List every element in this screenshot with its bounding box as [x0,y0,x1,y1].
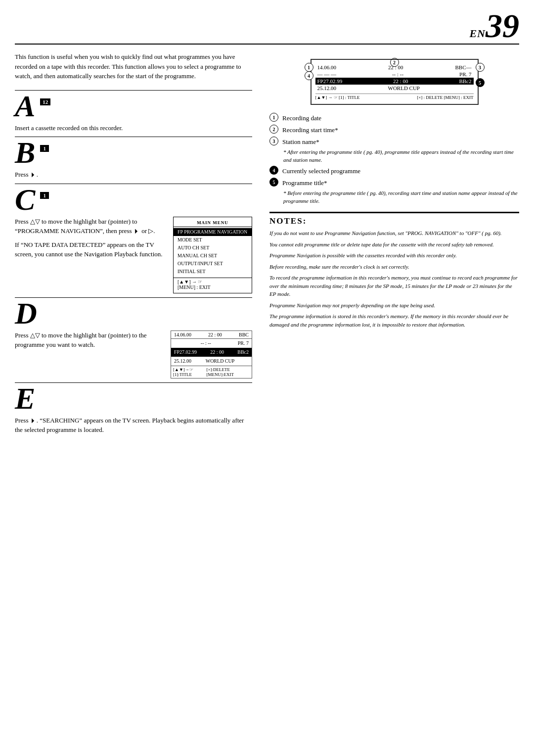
step-c: C 1 Press △▽ to move the highlight bar (… [15,188,252,293]
notes-item-5: To record the programme information in t… [269,274,519,298]
step-c-body: Press △▽ to move the highlight bar (poin… [15,217,252,293]
prog-box-d: 14.06.00 22 : 00 BBC -- : -- PR. 7 FP27.… [171,331,252,378]
prog-row-2: -- : -- PR. 7 [171,339,252,348]
callout-1: 1 [305,63,313,72]
step-b-badge: 1 [40,145,49,152]
right-column: 2 1 14.06.00 22 : 00 BBC— 3 4 — — — -- :… [269,52,519,331]
notes-item-6: Programme Navigation may not properly de… [269,301,519,310]
prog-box-footer: [▲▼]→☞ [1]:TITLE [×]:DELETE [MENU]:EXIT [171,366,252,378]
step-b-content: Press ⏵. [15,170,252,180]
step-d: D Press △▽ to move the highlight bar (po… [15,302,252,378]
menu-item-auto-ch: AUTO CH SET [174,244,252,252]
notes-title: NOTES: [269,216,519,226]
legend-item-5: 5 Programme title* [269,178,519,189]
legend-num-1: 1 [269,113,278,122]
step-e-content: Press ⏵. “SEARCHING” appears on the TV s… [15,416,252,435]
step-a-badge: 12 [40,98,50,105]
step-d-letter: D [15,298,37,329]
notes-section: NOTES: If you do not want to use Program… [269,212,519,329]
legend-label-5: Programme title* [282,178,327,189]
menu-item-manual-ch: MANUAL CH SET [174,252,252,260]
legend-num-5: 5 [269,178,278,187]
menu-item-output: OUTPUT/INPUT SET [174,260,252,268]
screen-row-4: 25.12.00 WORLD CUP [315,85,474,92]
step-e-letter: E [15,383,35,414]
page-number: 39 [486,9,519,43]
step-a-letter: A [15,91,35,121]
legend-label-3: Station name* [282,137,319,147]
screen-row-1: 1 14.06.00 22 : 00 BBC— 3 [315,64,474,71]
left-column: This function is useful when you wish to… [15,52,252,439]
intro-text: This function is useful when you wish to… [15,52,252,81]
callout-3: 3 [476,63,485,72]
legend-item-3: 3 Station name* [269,137,519,147]
legend-label-4: Currently selected programme [282,166,360,177]
screen-row-3-highlighted: FP27.02.99 22 : 00 BBc2 5 [315,78,474,85]
prog-row-1: 14.06.00 22 : 00 BBC [171,331,252,339]
legend-num-3: 3 [269,137,278,145]
step-d-text: Press △▽ to move the highlight bar (poin… [15,331,164,350]
step-e: E Press ⏵. “SEARCHING” appears on the TV… [15,387,252,435]
main-menu-box: MAIN MENU FP PROGRAMME NAVIGATION MODE S… [173,217,252,293]
screen-row-2: 4 — — — -- : -- PR. 7 [315,71,474,78]
legend-num-2: 2 [269,125,278,134]
header-en-label: EN [469,27,486,40]
notes-item-7: The programme information is stored in t… [269,312,519,329]
legend-item-2: 2 Recording start time* [269,125,519,136]
legend-list: 1 Recording date 2 Recording start time*… [269,113,519,205]
step-c-badge: 1 [40,192,49,199]
legend-sub-5: * Before entering the programme title ( … [283,189,519,205]
prog-row-3-highlighted: FP27.02.99 22 : 00 BBc2 [171,348,252,357]
step-b-button: ⏵ [30,171,37,178]
header-divider [15,44,519,45]
prog-row-4: 25.12.00 WORLD CUP [171,357,252,366]
notes-item-4: Before recording, make sure the recorder… [269,263,519,271]
legend-item-4: 4 Currently selected programme [269,166,519,177]
notes-item-1: If you do not want to use Programme Navi… [269,229,519,237]
notes-item-3: Programme Navigation is possible with th… [269,251,519,260]
menu-item-programme-nav: FP PROGRAMME NAVIGATION [174,228,252,236]
page-header: EN 39 [469,9,519,43]
legend-label-2: Recording start time* [282,125,338,136]
screen-box: 1 14.06.00 22 : 00 BBC— 3 4 — — — -- : -… [311,59,479,105]
callout-4: 4 [305,71,313,80]
step-a: A 12 Insert a cassette recorded on this … [15,94,252,133]
legend-label-1: Recording date [282,113,321,124]
main-menu-title: MAIN MENU [174,219,252,227]
notes-item-2: You cannot edit programme title or delet… [269,240,519,249]
step-c-text: Press △▽ to move the highlight bar (poin… [15,217,166,259]
legend-num-4: 4 [269,166,278,175]
menu-item-mode-set: MODE SET [174,236,252,244]
screen-controls: [▲▼] → ☞ [1] : TITLE [×] : DELETE [MENU]… [315,94,474,100]
main-menu-footer: [▲▼] → ☞[MENU] : EXIT [174,278,252,291]
step-a-content: Insert a cassette recorded on this recor… [15,123,252,133]
callout-5: 5 [476,78,485,87]
screen-display-area: 2 1 14.06.00 22 : 00 BBC— 3 4 — — — -- :… [311,59,479,105]
step-c-letter: C [15,184,35,215]
step-b-letter: B [15,137,35,168]
legend-item-1: 1 Recording date [269,113,519,124]
step-b: B 1 Press ⏵. [15,141,252,180]
legend-sub-3: * After entering the programme title ( p… [283,148,519,164]
step-d-body: Press △▽ to move the highlight bar (poin… [15,331,252,378]
menu-item-initial: INITIAL SET [174,268,252,276]
